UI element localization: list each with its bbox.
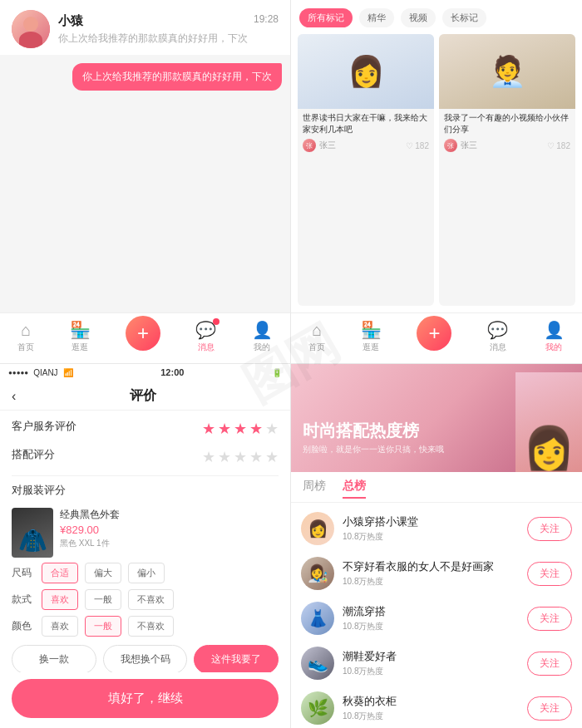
profile-icon-tr: 👤 (544, 320, 565, 340)
fit-star-5[interactable]: ★ (265, 448, 279, 466)
feed-grid: 世界读书日大家在干嘛，我来给大家安利几本吧 张 张三 ♡ 182 我录了一个有趣… (291, 34, 582, 312)
tab-weekly[interactable]: 周榜 (303, 479, 326, 499)
follow-btn-1[interactable]: 关注 (527, 517, 572, 541)
rank-item-3: 👗 潮流穿搭 10.8万热度 关注 (291, 596, 582, 641)
service-label: 客户服务评价 (12, 419, 76, 434)
tag-video[interactable]: 视频 (401, 8, 436, 27)
fit-star-2[interactable]: ★ (218, 448, 231, 466)
resize-btn[interactable]: 我想换个码 (103, 645, 188, 672)
nav-message-tr[interactable]: 💬 消息 (487, 320, 508, 353)
star-4[interactable]: ★ (249, 420, 263, 438)
rank-avatar-3: 👗 (301, 602, 334, 635)
color-like-btn[interactable]: 喜欢 (42, 616, 78, 637)
feed-author-2: 张三 (461, 140, 477, 151)
keep-btn[interactable]: 这件我要了 (194, 645, 279, 672)
rank-avatar-4: 👟 (301, 647, 334, 680)
star-3[interactable]: ★ (234, 420, 247, 438)
hero-title: 时尚搭配热度榜 (303, 420, 444, 442)
hero-text: 时尚搭配热度榜 别脸啦，就是你一一送你只搞，快来哦 (303, 420, 444, 455)
nav-profile[interactable]: 👤 我的 (252, 320, 273, 353)
status-bar: ●●●●● QIANJ 📶 12:00 🔋 (0, 364, 290, 379)
message-icon: 💬 (195, 320, 216, 340)
review-header: ‹ 评价 (0, 379, 290, 411)
fit-star-4[interactable]: ★ (249, 448, 263, 466)
tag-all[interactable]: 所有标记 (299, 8, 353, 27)
size-label: 尺码 (12, 566, 35, 580)
nav-plus-button-tr[interactable]: + (417, 316, 451, 351)
avatar (12, 10, 50, 48)
nav-message-label: 消息 (198, 342, 215, 353)
submit-button[interactable]: 填好了，继续 (12, 679, 279, 718)
tab-total[interactable]: 总榜 (343, 479, 366, 499)
rank-list: 👩 小猿穿搭小课堂 10.8万热度 关注 👩‍🎨 不穿好看衣服的女人不是好画家 … (291, 503, 582, 728)
tag-essence[interactable]: 精华 (359, 8, 394, 27)
style-ok-btn[interactable]: 一般 (85, 589, 121, 610)
star-2[interactable]: ★ (218, 420, 231, 438)
star-5[interactable]: ★ (265, 420, 279, 438)
size-fit-btn[interactable]: 合适 (42, 563, 78, 583)
bottom-nav-tr: ⌂ 首页 🏪 逛逛 + 💬 消息 👤 我的 (291, 312, 582, 363)
feed-card-2[interactable]: 我录了一个有趣的小视频给小伙伴们分享 张 张三 ♡ 182 (439, 34, 575, 306)
shop-icon-tr: 🏪 (361, 320, 382, 340)
feed-likes-1: ♡ 182 (406, 141, 429, 150)
size-big-btn[interactable]: 偏大 (85, 563, 121, 583)
follow-btn-5[interactable]: 关注 (527, 696, 572, 721)
rank-hot-2: 10.8万热度 (343, 576, 519, 588)
color-ok-btn[interactable]: 一般 (85, 616, 121, 637)
nav-plus-button[interactable]: + (126, 316, 160, 351)
product-row: 经典黑色外套 ¥829.00 黑色 XXL 1件 (12, 503, 279, 563)
feed-image-2 (439, 34, 575, 109)
review-screen: ●●●●● QIANJ 📶 12:00 🔋 ‹ 评价 客户服务评价 ★ ★ ★ … (0, 364, 291, 728)
message-icon-tr: 💬 (487, 320, 508, 340)
back-button[interactable]: ‹ (12, 389, 16, 404)
chat-content: 你上次给我推荐的那款膜真的好好用，下次 (0, 55, 290, 312)
follow-btn-3[interactable]: 关注 (527, 607, 572, 631)
divider (12, 475, 279, 476)
color-dislike-btn[interactable]: 不喜欢 (128, 616, 174, 637)
rank-name-5: 秋葵的衣柜 (343, 694, 519, 709)
fit-star-3[interactable]: ★ (234, 448, 247, 466)
rank-info-5: 秋葵的衣柜 10.8万热度 (343, 694, 519, 722)
nav-shop-tr[interactable]: 🏪 逛逛 (361, 320, 382, 353)
chat-preview: 你上次给我推荐的那款膜真的好好用，下次 (58, 32, 279, 46)
carrier-label: QIANJ (33, 368, 57, 377)
product-info: 经典黑色外套 ¥829.00 黑色 XXL 1件 (60, 508, 279, 558)
nav-shop[interactable]: 🏪 逛逛 (70, 320, 91, 353)
product-price: ¥829.00 (60, 524, 279, 536)
chat-bubble: 你上次给我推荐的那款膜真的好好用，下次 (72, 63, 282, 91)
rank-info-1: 小猿穿搭小课堂 10.8万热度 (343, 514, 519, 543)
chat-info: 小猿 19:28 你上次给我推荐的那款膜真的好好用，下次 (58, 13, 279, 46)
review-body: 客户服务评价 ★ ★ ★ ★ ★ 搭配评分 ★ ★ ★ (0, 411, 290, 672)
follow-btn-2[interactable]: 关注 (527, 562, 572, 586)
hero-subtitle: 别脸啦，就是你一一送你只搞，快来哦 (303, 444, 444, 455)
size-small-btn[interactable]: 偏小 (128, 563, 165, 583)
chat-screen: 小猿 19:28 你上次给我推荐的那款膜真的好好用，下次 你上次给我推荐的那款膜… (0, 0, 291, 364)
rank-item-1: 👩 小猿穿搭小课堂 10.8万热度 关注 (291, 506, 582, 551)
nav-message[interactable]: 💬 消息 (195, 320, 216, 353)
nav-profile-tr-label: 我的 (545, 342, 562, 353)
fit-star-1[interactable]: ★ (202, 448, 215, 466)
feed-desc-1: 世界读书日大家在干嘛，我来给大家安利几本吧 (298, 109, 434, 137)
style-dislike-btn[interactable]: 不喜欢 (128, 589, 174, 610)
feed-card-1[interactable]: 世界读书日大家在干嘛，我来给大家安利几本吧 张 张三 ♡ 182 (298, 34, 434, 306)
follow-btn-4[interactable]: 关注 (527, 652, 572, 676)
rank-hot-5: 10.8万热度 (343, 711, 519, 722)
change-btn[interactable]: 换一款 (12, 645, 96, 672)
feed-screen: 所有标记 精华 视频 长标记 世界读书日大家在干嘛，我来给大家安利几本吧 张 张… (291, 0, 582, 364)
tag-long[interactable]: 长标记 (442, 8, 486, 27)
feed-avatar-1: 张 (303, 139, 316, 152)
feed-meta-1: 张 张三 ♡ 182 (298, 137, 434, 157)
feed-likes-2: ♡ 182 (547, 141, 570, 150)
ranking-screen: 时尚搭配热度榜 别脸啦，就是你一一送你只搞，快来哦 周榜 总榜 👩 小猿穿搭小课… (291, 364, 582, 728)
hero-people (515, 372, 582, 472)
nav-home-label: 首页 (17, 342, 34, 353)
style-like-btn[interactable]: 喜欢 (42, 589, 78, 610)
wifi-icon: 📶 (63, 368, 73, 377)
star-1[interactable]: ★ (202, 420, 215, 438)
nav-home[interactable]: ⌂ 首页 (17, 321, 34, 353)
product-sku: 黑色 XXL 1件 (60, 538, 279, 549)
nav-profile-tr[interactable]: 👤 我的 (544, 320, 565, 353)
style-label: 款式 (12, 593, 35, 607)
profile-icon: 👤 (252, 320, 273, 340)
nav-home-tr[interactable]: ⌂ 首页 (308, 321, 325, 353)
